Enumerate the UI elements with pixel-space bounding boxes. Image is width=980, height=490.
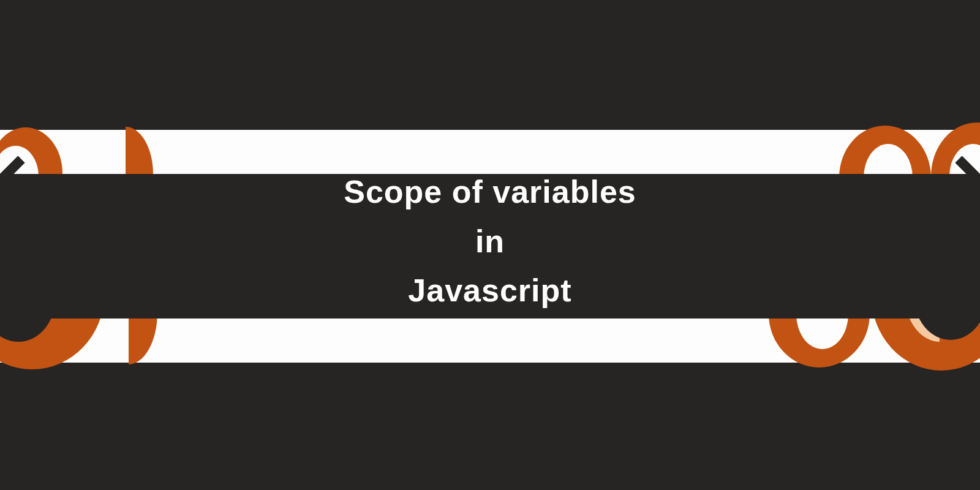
hero-title: Scope of variables in Javascript [0, 167, 980, 315]
chevron-right-icon [952, 156, 980, 205]
title-line-1: Scope of variables [0, 167, 980, 217]
chevron-left-icon [0, 156, 28, 205]
title-line-2: in [0, 217, 980, 266]
title-line-3: Javascript [0, 266, 980, 315]
